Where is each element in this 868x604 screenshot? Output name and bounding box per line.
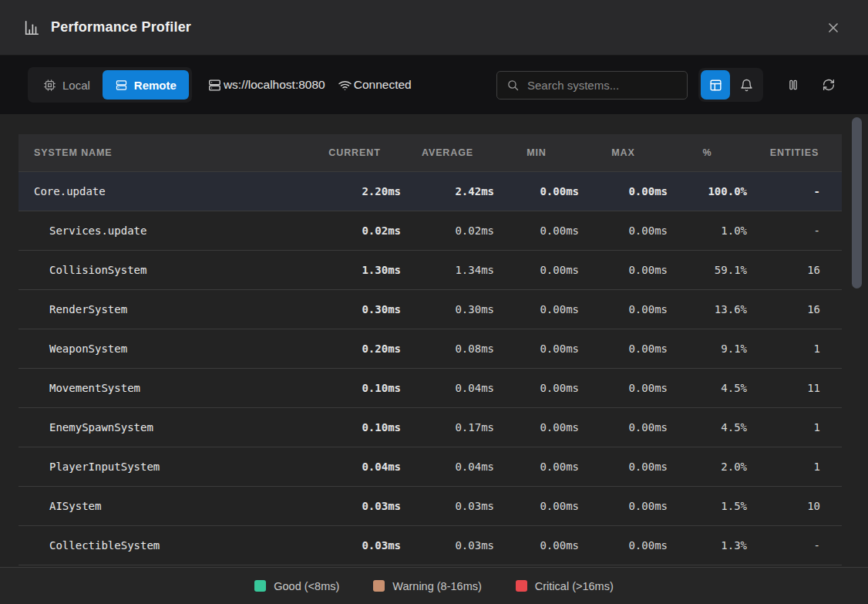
cell-percent: 13.6% (668, 303, 747, 315)
column-header[interactable]: SYSTEM NAME (19, 147, 308, 158)
vertical-scrollbar[interactable] (852, 117, 862, 561)
cell-entities: - (747, 224, 842, 237)
legend-item: Good (<8ms) (254, 580, 339, 592)
cell-max: 0.00ms (579, 461, 668, 473)
main-content: SYSTEM NAMECURRENTAVERAGEMINMAX%ENTITIES… (0, 114, 868, 567)
table-header: SYSTEM NAMECURRENTAVERAGEMINMAX%ENTITIES (19, 134, 842, 172)
cell-min: 0.00ms (494, 500, 579, 512)
cell-average: 0.03ms (401, 500, 494, 512)
table-row[interactable]: CollectibleSystem 0.03ms 0.03ms 0.00ms 0… (19, 526, 842, 565)
table-view-button[interactable] (701, 70, 730, 100)
column-header[interactable]: AVERAGE (401, 147, 494, 158)
column-header[interactable]: MIN (494, 147, 579, 158)
cell-min: 0.00ms (494, 342, 579, 355)
cell-system-name: RenderSystem (19, 303, 308, 315)
close-button[interactable] (822, 16, 845, 39)
cell-entities: 1 (747, 421, 842, 434)
column-header[interactable]: MAX (579, 147, 668, 158)
scrollbar-thumb[interactable] (852, 117, 862, 289)
cell-max: 0.00ms (579, 342, 668, 355)
cell-system-name: WeaponSystem (19, 342, 308, 355)
cell-entities: 11 (747, 382, 842, 394)
table-view-icon (708, 78, 723, 93)
cell-system-name: EnemySpawnSystem (19, 421, 308, 434)
table-row[interactable]: EnemySpawnSystem 0.10ms 0.17ms 0.00ms 0.… (19, 408, 842, 447)
legend-item: Critical (>16ms) (516, 580, 614, 592)
column-header[interactable]: CURRENT (308, 147, 401, 158)
cell-average: 2.42ms (401, 185, 494, 197)
connection-url: ws://localhost:8080 (207, 78, 325, 93)
table-row[interactable]: MovementSystem 0.10ms 0.04ms 0.00ms 0.00… (19, 369, 842, 408)
cell-system-name: CollisionSystem (19, 264, 308, 276)
websocket-url: ws://localhost:8080 (224, 78, 325, 92)
close-icon (826, 20, 841, 35)
table-row[interactable]: Services.update 0.02ms 0.02ms 0.00ms 0.0… (19, 211, 842, 251)
cell-min: 0.00ms (494, 539, 579, 552)
cell-current: 0.30ms (308, 303, 401, 315)
cell-average: 0.04ms (401, 382, 494, 394)
cell-min: 0.00ms (494, 461, 579, 473)
cell-max: 0.00ms (579, 421, 668, 434)
view-icon-group (698, 68, 763, 102)
pause-button[interactable] (780, 72, 806, 98)
cell-average: 0.08ms (401, 342, 494, 355)
cell-percent: 4.5% (668, 382, 747, 394)
server-icon (115, 79, 128, 92)
legend-item: Warning (8-16ms) (373, 580, 482, 592)
table-row[interactable]: PlayerInputSystem 0.04ms 0.04ms 0.00ms 0… (19, 447, 842, 487)
page-title: Performance Profiler (51, 19, 191, 35)
cell-max: 0.00ms (579, 500, 668, 512)
cpu-icon (43, 79, 56, 92)
cell-average: 0.02ms (401, 224, 494, 237)
cell-max: 0.00ms (579, 382, 668, 394)
cell-system-name: Services.update (19, 224, 308, 237)
cell-average: 0.04ms (401, 461, 494, 473)
cell-percent: 4.5% (668, 421, 747, 434)
search-icon (506, 79, 520, 92)
remote-mode-label: Remote (134, 79, 177, 92)
cell-min: 0.00ms (494, 185, 579, 197)
cell-system-name: PlayerInputSystem (19, 461, 308, 473)
table-row[interactable]: WeaponSystem 0.20ms 0.08ms 0.00ms 0.00ms… (19, 329, 842, 369)
refresh-button[interactable] (816, 72, 842, 98)
cell-current: 1.30ms (308, 264, 401, 276)
cell-max: 0.00ms (579, 303, 668, 315)
column-header[interactable]: ENTITIES (747, 147, 842, 158)
cell-min: 0.00ms (494, 303, 579, 315)
legend-swatch (516, 580, 527, 592)
connection-status: Connected (338, 78, 412, 93)
local-mode-button[interactable]: Local (31, 70, 103, 100)
cell-percent: 1.0% (668, 224, 747, 237)
cell-average: 0.17ms (401, 421, 494, 434)
table-row[interactable]: Core.update 2.20ms 2.42ms 0.00ms 0.00ms … (19, 172, 842, 211)
cell-percent: 2.0% (668, 461, 747, 473)
wifi-icon (338, 78, 352, 93)
search-input[interactable] (527, 79, 678, 92)
cell-current: 0.10ms (308, 382, 401, 394)
table-row[interactable]: RenderSystem 0.30ms 0.30ms 0.00ms 0.00ms… (19, 290, 842, 329)
refresh-icon (822, 78, 836, 92)
alerts-button[interactable] (732, 70, 761, 100)
cell-percent: 59.1% (668, 264, 747, 276)
table-row[interactable]: CollisionSystem 1.30ms 1.34ms 0.00ms 0.0… (19, 251, 842, 290)
cell-min: 0.00ms (494, 224, 579, 237)
cell-current: 0.02ms (308, 224, 401, 237)
cell-max: 0.00ms (579, 264, 668, 276)
legend-label: Critical (>16ms) (535, 580, 614, 592)
local-mode-label: Local (62, 79, 90, 92)
cell-current: 2.20ms (308, 185, 401, 197)
cell-system-name: Core.update (19, 185, 308, 197)
legend-label: Good (<8ms) (274, 580, 339, 592)
cell-entities: 16 (747, 264, 842, 276)
legend-footer: Good (<8ms) Warning (8-16ms) Critical (>… (0, 567, 868, 604)
titlebar: Performance Profiler (0, 0, 868, 56)
cell-entities: - (747, 185, 842, 197)
cell-average: 0.03ms (401, 539, 494, 552)
cell-system-name: MovementSystem (19, 382, 308, 394)
mode-switch: Local Remote (28, 67, 192, 103)
table-row[interactable]: AISystem 0.03ms 0.03ms 0.00ms 0.00ms 1.5… (19, 487, 842, 526)
cell-percent: 1.3% (668, 539, 747, 552)
remote-mode-button[interactable]: Remote (103, 70, 189, 100)
column-header[interactable]: % (668, 147, 747, 158)
connection-status-label: Connected (354, 78, 412, 92)
